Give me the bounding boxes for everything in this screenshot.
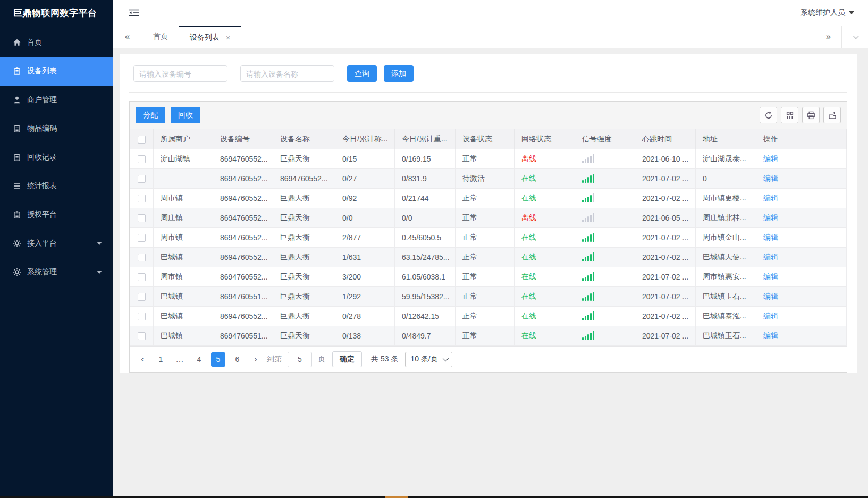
cell-device-status: 正常 [456,189,515,208]
user-menu[interactable]: 系统维护人员 [800,8,854,18]
cell-device-name: 巨鼎天衡 [273,149,335,169]
page-ellipsis: ... [173,352,187,367]
total-count-label: 共 53 条 [371,354,398,364]
cell-device-name: 巨鼎天衡 [273,248,335,267]
cell-today-total-count: 3/200 [335,267,395,287]
row-checkbox[interactable] [138,254,146,261]
row-checkbox[interactable] [138,273,146,281]
sidebar-item-item-code[interactable]: 物品编码 [0,114,113,143]
page-number-5[interactable]: 5 [211,352,225,367]
row-checkbox[interactable] [138,293,146,301]
column-header: 今日/累计重... [395,129,456,149]
row-checkbox[interactable] [138,313,146,320]
page-number-1[interactable]: 1 [154,352,168,367]
cell-address: 0 [696,169,756,189]
edit-link[interactable]: 编辑 [763,311,778,320]
cell-today-total-count: 0/138 [335,326,395,346]
sidebar-item-device-list[interactable]: 设备列表 [0,57,113,86]
cell-today-total-weight: 61.05/6038.1 [395,267,456,287]
chevron-down-icon [849,11,854,14]
row-checkbox[interactable] [138,332,146,340]
assign-button[interactable]: 分配 [136,107,165,123]
device-name-input[interactable] [240,65,334,82]
select-all-checkbox[interactable] [138,136,146,144]
row-checkbox[interactable] [138,175,146,183]
device-table-container: 分配 回收 所属商户设备编号设备名称今日/累计称...今日/累计重.. [129,101,847,373]
chevron-down-icon [97,271,102,274]
edit-link[interactable]: 编辑 [763,292,778,300]
sidebar-item-recycle-record[interactable]: 回收记录 [0,143,113,172]
cell-device-no: 8694760552... [213,189,273,208]
cell-network-status: 在线 [515,307,575,326]
edit-link[interactable]: 编辑 [763,272,778,281]
tabs-scroll-left-button[interactable]: « [113,26,142,48]
cell-address: 周市镇金山... [696,228,756,248]
cell-today-total-weight: 0/0 [395,208,456,228]
sidebar-item-system-manage[interactable]: 系统管理 [0,258,113,286]
column-header: 设备编号 [213,129,273,149]
device-list-icon [12,67,21,76]
row-checkbox[interactable] [138,214,146,222]
add-button[interactable]: 添加 [384,65,414,82]
page-number-4[interactable]: 4 [192,352,206,367]
row-checkbox[interactable] [138,155,146,163]
edit-link[interactable]: 编辑 [763,213,778,222]
cell-network-status: 离线 [515,149,575,169]
edit-link[interactable]: 编辑 [763,331,778,340]
cell-address: 周庄镇北桂... [696,208,756,228]
sidebar-item-home[interactable]: 首页 [0,28,113,57]
column-header: 信号强度 [575,129,635,149]
cell-heartbeat-time: 2021-07-02 ... [635,307,696,326]
edit-link[interactable]: 编辑 [763,252,778,261]
recycle-button[interactable]: 回收 [171,107,200,123]
sidebar-item-merchant[interactable]: 商户管理 [0,86,113,114]
sidebar-item-access-platform[interactable]: 接入平台 [0,229,113,258]
cell-device-no: 8694760552... [213,267,273,287]
chevron-down-icon [97,242,102,245]
signal-strength-icon [582,272,594,281]
edit-link[interactable]: 编辑 [763,193,778,202]
sidebar-collapse-icon[interactable] [129,9,139,17]
sidebar-item-report[interactable]: 统计报表 [0,172,113,200]
row-checkbox[interactable] [138,234,146,242]
export-button[interactable] [823,107,841,123]
table-toolbar: 分配 回收 [130,102,847,129]
edit-link[interactable]: 编辑 [763,233,778,241]
tabs-scroll-right-button[interactable]: » [815,26,841,48]
cell-heartbeat-time: 2021-07-02 ... [635,248,696,267]
column-settings-icon [786,111,794,120]
page-number-6[interactable]: 6 [230,352,245,367]
table-tool-icons [760,107,841,123]
column-settings-button[interactable] [781,107,798,123]
sidebar-item-authorize[interactable]: 授权平台 [0,200,113,229]
cell-merchant: 周市镇 [154,267,213,287]
table-row: 巴城镇 8694760552... 巨鼎天衡 1/631 63.15/24785… [130,248,847,267]
edit-link[interactable]: 编辑 [763,174,778,182]
signal-strength-icon [582,213,594,222]
cell-merchant: 淀山湖镇 [154,149,213,169]
tabs-options-button[interactable] [841,26,868,48]
signal-strength-icon [582,291,594,301]
cell-device-status: 正常 [456,248,515,267]
device-list-card: 查询 添加 分配 回收 [120,54,857,373]
query-button[interactable]: 查询 [347,65,377,82]
cell-network-status: 在线 [515,228,575,248]
goto-page-input[interactable] [288,352,312,367]
tab-home[interactable]: 首页 [142,26,179,48]
edit-link[interactable]: 编辑 [763,154,778,163]
refresh-button[interactable] [760,107,777,123]
cell-merchant: 周庄镇 [154,208,213,228]
close-icon[interactable]: × [226,33,230,42]
row-checkbox[interactable] [138,195,146,202]
cell-today-total-weight: 0/12642.15 [395,307,456,326]
device-no-input[interactable] [133,65,227,82]
prev-page-button[interactable]: ‹ [136,352,149,367]
tab-device-list[interactable]: 设备列表 × [179,26,241,48]
user-name: 系统维护人员 [800,8,845,18]
print-button[interactable] [802,107,820,123]
cell-heartbeat-time: 2021-07-02 ... [635,267,696,287]
sidebar-menu: 首页 设备列表 商户管理 物品编码 回收记录 统计报表 授权平台 接入平台 系统… [0,28,113,286]
page-size-select[interactable]: 10 条/页 [405,352,452,367]
next-page-button[interactable]: › [249,352,262,367]
confirm-goto-button[interactable]: 确定 [332,351,362,367]
